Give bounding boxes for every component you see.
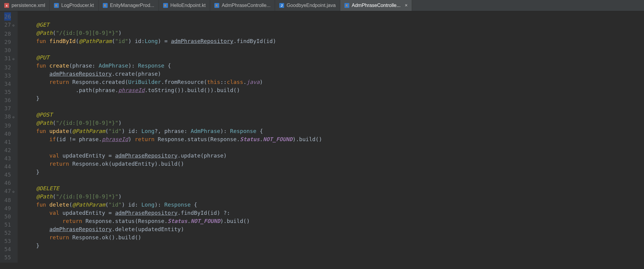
close-icon[interactable]: ×: [405, 3, 408, 8]
tab-admphrasecontroller-kt[interactable]: K AdmPhraseControlle...: [210, 0, 275, 11]
tab-entitymanagerprod-kt[interactable]: K EnityManagerProd...: [99, 0, 159, 11]
tab-label: AdmPhraseControlle...: [352, 3, 401, 8]
tab-label: EnityManagerProd...: [110, 3, 154, 8]
tab-label: GoodbyeEndpoint.java: [287, 3, 336, 8]
tab-persistence-xml[interactable]: x persistence.xml: [0, 0, 50, 11]
java-file-icon: J: [279, 3, 284, 8]
tab-label: LogProducer.kt: [61, 3, 94, 8]
kotlin-file-icon: K: [344, 3, 349, 8]
kotlin-file-icon: K: [214, 3, 219, 8]
tab-label: AdmPhraseControlle...: [222, 3, 270, 8]
kotlin-file-icon: K: [103, 3, 108, 8]
xml-file-icon: x: [4, 3, 9, 8]
kotlin-file-icon: K: [54, 3, 59, 8]
tab-goodbyeendpoint-java[interactable]: J GoodbyeEndpoint.java: [275, 0, 340, 11]
editor: 2627⊖28293031⊖32333435363738⊖39404142434…: [0, 11, 644, 263]
tab-admphrasecontroller-active[interactable]: K AdmPhraseControlle... ×: [340, 0, 412, 11]
tab-label: HelloEndpoint.kt: [170, 3, 206, 8]
tab-label: persistence.xml: [12, 3, 45, 8]
tab-helloendpoint-kt[interactable]: K HelloEndpoint.kt: [159, 0, 210, 11]
tab-logproducer-kt[interactable]: K LogProducer.kt: [50, 0, 99, 11]
gutter: 2627⊖28293031⊖32333435363738⊖39404142434…: [0, 11, 18, 263]
code-area[interactable]: @GET @Path("/{id:[0-9][0-9]*}") fun find…: [18, 11, 322, 263]
tab-bar: x persistence.xml K LogProducer.kt K Eni…: [0, 0, 644, 11]
kotlin-file-icon: K: [163, 3, 168, 8]
